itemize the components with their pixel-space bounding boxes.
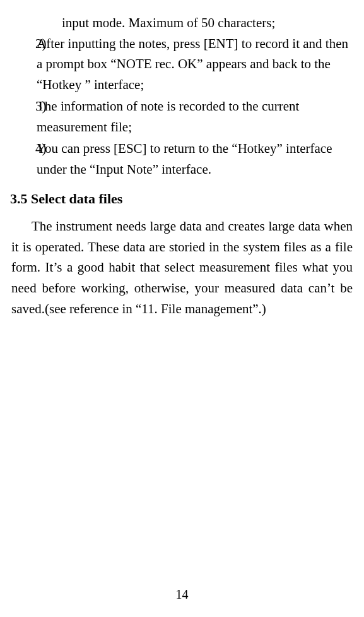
list-text: After inputting the notes, press [ENT] t… bbox=[37, 33, 354, 95]
list-item: 4) You can press [ESC] to return to the … bbox=[10, 138, 354, 179]
list-number: 2) bbox=[10, 33, 37, 95]
list-item: 3) The information of note is recorded t… bbox=[10, 96, 354, 137]
list-number: 4) bbox=[10, 138, 37, 179]
list-item: 2) After inputting the notes, press [ENT… bbox=[10, 33, 354, 95]
page-content: input mode. Maximum of 50 characters; 2)… bbox=[6, 13, 358, 319]
list-item-continuation: input mode. Maximum of 50 characters; bbox=[10, 13, 354, 33]
list-text: The information of note is recorded to t… bbox=[37, 96, 354, 137]
list-text: You can press [ESC] to return to the “Ho… bbox=[37, 138, 354, 179]
section-heading: 3.5 Select data files bbox=[10, 191, 354, 207]
list-number: 3) bbox=[10, 96, 37, 137]
section-paragraph: The instrument needs large data and crea… bbox=[10, 216, 354, 319]
page-number: 14 bbox=[0, 587, 364, 602]
